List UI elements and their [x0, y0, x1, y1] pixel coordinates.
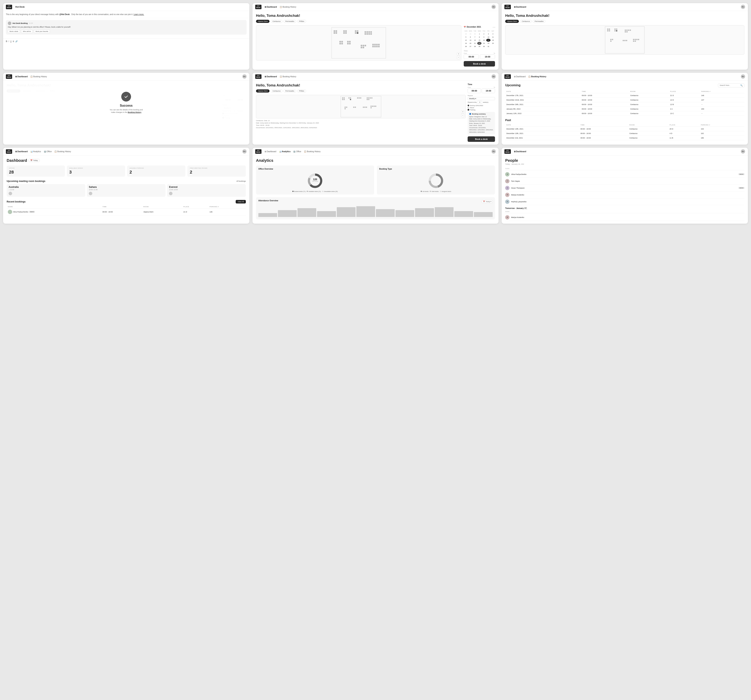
nav-dashboard[interactable]: ⊞ Dashboard [264, 6, 277, 8]
who-will-be-btn[interactable]: Who will be [21, 30, 32, 33]
upcoming-nav-logo: HOT DESK [504, 74, 511, 79]
upcoming-row[interactable]: December 22nd, 202109:00 - 18:00Centauru… [505, 98, 744, 102]
bh-zoom-in[interactable]: + [461, 110, 464, 113]
bh-nav-booking[interactable]: 📋 Booking History [280, 76, 296, 77]
repeat-num-input[interactable] [477, 101, 482, 104]
room-tag-1[interactable]: Centaurus [271, 20, 283, 23]
view-all-btn[interactable]: View All [236, 200, 246, 203]
strikethrough-btn[interactable]: S [13, 40, 14, 42]
bh-nav-logo: HOT DESK [255, 74, 261, 79]
bh-time-to[interactable]: 19:00 [482, 88, 495, 93]
dash-nav-dashboard[interactable]: ⊞ Dashboard [15, 150, 28, 153]
upcoming-row[interactable]: January 12th, 202209:00 - 18:00Centaurus… [505, 111, 744, 116]
analytics-nav-dashboard[interactable]: ⊞ Dashboard [264, 150, 277, 153]
booking-card: HOT DESK ⊞ Dashboard 📋 Booking History B… [252, 3, 499, 70]
recent-booking-row[interactable]: Alina PavlyuchenkoAdmin09:00 - 18:00Alpa… [7, 208, 246, 215]
time-to[interactable]: 19:00 [480, 54, 495, 59]
meeting-rooms-row: Australia—11:30Sahara10:30–11:30Everest1… [7, 184, 246, 197]
svg-rect-87 [345, 108, 346, 109]
preview-nav-dashboard[interactable]: ⊞ Dashboard [514, 6, 526, 8]
bold-btn[interactable]: B [6, 40, 7, 42]
svg-rect-12 [365, 31, 366, 33]
svg-rect-67 [635, 40, 636, 42]
svg-rect-23 [341, 43, 343, 44]
svg-rect-85 [345, 107, 346, 108]
past-row[interactable]: December 13th, 202109:00 - 18:00Centauru… [505, 127, 744, 131]
svg-rect-74 [348, 98, 349, 99]
search-input[interactable] [720, 84, 739, 86]
success-nav-booking[interactable]: 📋 Booking History [30, 76, 47, 77]
booking-nav-logo: HOT DESK [255, 5, 261, 9]
dash-nav-analytics[interactable]: 📊 Analytics [30, 150, 41, 153]
person-row[interactable]: HHryhorij Lytvynenko [505, 198, 744, 205]
bh-book-desk-btn[interactable]: Book a desk [468, 136, 495, 142]
nav-booking-history[interactable]: 📋 Booking History [280, 6, 296, 8]
zoom-out-btn[interactable]: − [457, 56, 460, 59]
preview-nav-avatar: Bo [741, 5, 745, 9]
bh-nav-dashboard[interactable]: ⊞ Dashboard [264, 76, 277, 77]
svg-rect-40 [378, 46, 380, 47]
people-tomorrow-header: NAME [505, 210, 744, 213]
time-from[interactable]: 09:00 [464, 54, 479, 59]
yearly-badge[interactable]: 📅 Yearly ▾ [482, 200, 493, 203]
analytics-nav-analytics[interactable]: 📊 Analytics [279, 150, 291, 153]
view-all-bookings-link[interactable]: All bookings [236, 180, 246, 182]
person-row[interactable]: AAlina PavlyuchenkoAdmin [505, 171, 744, 178]
past-row[interactable]: December 2nd, 202109:00 - 18:00Centaurus… [505, 136, 744, 140]
analytics-nav-history[interactable]: 📋 Booking History [304, 150, 321, 153]
italic-btn[interactable]: I [8, 40, 9, 42]
svg-rect-64 [637, 39, 638, 40]
chat-toolbar: B I U S 🔗 [3, 39, 249, 44]
calendar-grid: SUN MON TUE WED THU FRI SAT 28 29 30 [464, 30, 495, 48]
person-row[interactable]: OOscar ThompsonAdmin [505, 185, 744, 192]
upcoming-nav-dashboard[interactable]: ⊞ Dashboard [514, 76, 526, 77]
dash-nav-history[interactable]: 📋 Booking History [54, 150, 71, 153]
person-row[interactable]: TTom Hayes [505, 178, 744, 185]
people-name-header: NAME [505, 167, 744, 170]
svg-rect-15 [370, 31, 372, 33]
book-desk-main-btn[interactable]: Book a desk [464, 61, 495, 67]
people-nav-dashboard[interactable]: ⊞ Dashboard [514, 150, 526, 153]
upcoming-card: HOT DESK ⊞ Dashboard 📋 Booking History B… [502, 73, 748, 145]
svg-rect-81 [369, 98, 371, 99]
upcoming-row[interactable]: December 29th, 202109:00 - 18:00Centauru… [505, 102, 744, 107]
link-btn[interactable]: 🔗 [15, 40, 18, 42]
today-badge[interactable]: 📅 Today [29, 159, 40, 162]
book-favorite-btn[interactable]: Book your favorite [34, 30, 50, 33]
search-box: 🔍 [718, 84, 744, 87]
person-row-tomorrow[interactable]: MMariya Kostenko [505, 214, 744, 221]
upcoming-row[interactable]: December 17th, 202109:00 - 18:00Centauru… [505, 93, 744, 98]
success-nav-avatar: Bo [242, 74, 247, 79]
repeat-dropdown[interactable]: Weekly ▾ [468, 97, 495, 100]
person-row[interactable]: MMariya Kostenko [505, 192, 744, 198]
svg-rect-36 [378, 44, 380, 45]
svg-rect-79 [366, 98, 368, 99]
past-row[interactable]: December 13th, 202109:00 - 18:00Centauru… [505, 131, 744, 136]
analytics-content: Analytics Office Overview [252, 155, 499, 222]
book-desk-chat-btn[interactable]: Book a desk [8, 30, 20, 33]
svg-rect-73 [343, 99, 345, 100]
bh-time-from[interactable]: 09:00 [468, 88, 481, 93]
svg-rect-24 [347, 41, 349, 42]
cal-next-btn[interactable]: › [494, 26, 495, 28]
room-tag-0[interactable]: Alpana Diem [256, 20, 270, 23]
people-today-list: AAlina PavlyuchenkoAdminTTom HayesOOscar… [505, 171, 744, 205]
upcoming-nav-booking[interactable]: 📋 Booking History [528, 76, 546, 77]
analytics-nav-office[interactable]: 🏢 Office [293, 150, 301, 153]
upcoming-row[interactable]: January 5th, 202209:00 - 18:00Centaurus4… [505, 107, 744, 111]
underline-btn[interactable]: U [10, 40, 12, 42]
room-tag-2[interactable]: Permeades [284, 20, 296, 23]
bh-zoom-out[interactable]: − [461, 114, 464, 117]
office-overview-chart: Office Overview 120 [256, 166, 374, 195]
dash-nav-office[interactable]: 🏢 Office [44, 150, 52, 153]
svg-rect-66 [633, 40, 634, 42]
zoom-in-btn[interactable]: + [457, 53, 460, 56]
chat-intro: This is the very beginning of your direc… [3, 11, 249, 18]
room-tag-3[interactable]: Phillan [297, 20, 306, 23]
booking-preview-card: HOT DESK ⊞ Dashboard Bo Hello, Toma Andr… [502, 3, 748, 70]
success-nav-dashboard[interactable]: ⊞ Dashboard [15, 76, 28, 77]
cal-prev-btn[interactable]: ‹ [493, 26, 493, 28]
svg-rect-70 [342, 98, 343, 99]
bar-8 [415, 208, 434, 217]
chat-nav: HOT DESK Hot Desk [3, 3, 249, 11]
